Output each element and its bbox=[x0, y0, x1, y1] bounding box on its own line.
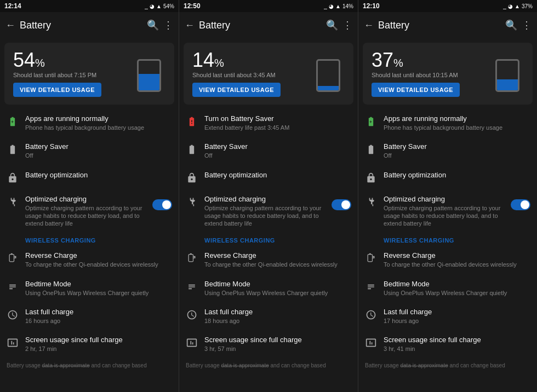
back-button[interactable]: ← bbox=[5, 20, 15, 31]
battery-percent: 37% bbox=[372, 50, 490, 70]
bottom-note: Battery usage data is approximate and ca… bbox=[179, 359, 358, 372]
setting-item-2[interactable]: Battery optimization bbox=[179, 165, 358, 189]
more-menu-button[interactable]: ⋮ bbox=[522, 19, 532, 31]
setting-item-0[interactable]: Apps are running normally Phone has typi… bbox=[0, 109, 179, 137]
setting-text: Turn on Battery Saver Extend battery lif… bbox=[204, 114, 351, 131]
wireless-item-2[interactable]: Last full charge 18 hours ago bbox=[179, 302, 358, 330]
setting-title: Apps are running normally bbox=[25, 114, 172, 123]
more-menu-button[interactable]: ⋮ bbox=[342, 19, 352, 31]
lock_battery-icon bbox=[7, 172, 19, 184]
toggle-switch[interactable] bbox=[332, 199, 351, 210]
wireless-item-3[interactable]: Screen usage since full charge 3 hr, 41 … bbox=[358, 330, 537, 358]
setting-subtitle: 17 hours ago bbox=[384, 317, 530, 325]
setting-subtitle: 16 hours ago bbox=[25, 317, 172, 325]
view-detailed-usage-button[interactable]: VIEW DETAILED USAGE bbox=[192, 83, 281, 97]
wireless-item-3[interactable]: Screen usage since full charge 3 hr, 57 … bbox=[179, 330, 358, 358]
screen_usage-icon bbox=[7, 337, 19, 349]
toggle-switch[interactable] bbox=[511, 199, 530, 210]
signal-icon: ▲ bbox=[515, 3, 520, 9]
setting-item-0[interactable]: Apps are running normally Phone has typi… bbox=[358, 109, 537, 137]
status-icons: ⎯ ◕ ▲ 14% bbox=[324, 3, 353, 9]
setting-subtitle: To charge the other Qi-enabled devices w… bbox=[384, 261, 530, 268]
search-button[interactable]: 🔍 bbox=[505, 19, 517, 31]
wireless-item-0[interactable]: Reverse Charge To charge the other Qi-en… bbox=[0, 246, 179, 274]
setting-subtitle: 3 hr, 41 min bbox=[384, 345, 530, 353]
wifi-icon: ◕ bbox=[150, 3, 155, 9]
setting-subtitle: Using OnePlus Warp Wireless Charger quie… bbox=[384, 289, 530, 297]
wireless-item-2[interactable]: Last full charge 16 hours ago bbox=[0, 302, 179, 330]
status-bar: 12:50⎯ ◕ ▲ 14% bbox=[179, 0, 358, 12]
setting-item-3[interactable]: Optimized charging Optimize charging pat… bbox=[179, 189, 358, 233]
svg-rect-1 bbox=[11, 253, 13, 255]
wireless-item-1[interactable]: Bedtime Mode Using OnePlus Warp Wireless… bbox=[0, 274, 179, 302]
svg-rect-0 bbox=[9, 255, 14, 262]
setting-title: Last full charge bbox=[384, 308, 530, 316]
app-bar: ← Battery 🔍 ⋮ bbox=[179, 12, 358, 38]
screen_usage-icon bbox=[365, 337, 377, 349]
toggle-switch[interactable] bbox=[152, 199, 172, 210]
wireless-item-1[interactable]: Bedtime Mode Using OnePlus Warp Wireless… bbox=[179, 274, 358, 302]
setting-title: Screen usage since full charge bbox=[204, 336, 351, 344]
setting-text: Screen usage since full charge 2 hr, 17 … bbox=[25, 336, 172, 353]
setting-title: Battery optimization bbox=[204, 171, 351, 179]
bedtime-icon bbox=[365, 281, 377, 293]
battery_alert_red-icon bbox=[186, 116, 198, 128]
battery-subtitle: Should last until about 3:45 AM bbox=[192, 72, 311, 78]
back-button[interactable]: ← bbox=[185, 20, 195, 31]
setting-item-0[interactable]: Turn on Battery Saver Extend battery lif… bbox=[179, 109, 358, 137]
battery-info: 37% Should last until about 10:15 AM VIE… bbox=[372, 50, 490, 97]
battery-icon bbox=[316, 55, 345, 93]
wireless-item-3[interactable]: Screen usage since full charge 2 hr, 17 … bbox=[0, 330, 179, 358]
setting-title: Optimized charging bbox=[384, 195, 504, 203]
setting-title: Optimized charging bbox=[25, 195, 146, 203]
wireless-item-1[interactable]: Bedtime Mode Using OnePlus Warp Wireless… bbox=[358, 274, 537, 302]
status-time: 12:10 bbox=[363, 2, 380, 10]
last_charge-icon bbox=[186, 309, 198, 321]
status-bar: 12:10⎯ ◕ ▲ 37% bbox=[358, 0, 537, 12]
screen-3: 12:10⎯ ◕ ▲ 37% ← Battery 🔍 ⋮ 37% Should … bbox=[358, 0, 537, 392]
wireless-item-0[interactable]: Reverse Charge To charge the other Qi-en… bbox=[179, 246, 358, 274]
battery-status-icon: 37% bbox=[522, 3, 533, 9]
setting-item-2[interactable]: Battery optimization bbox=[358, 165, 537, 189]
search-button[interactable]: 🔍 bbox=[147, 19, 159, 31]
bottom-note-text: Battery usage data is approximate and ca… bbox=[7, 362, 147, 368]
setting-item-1[interactable]: Battery Saver Off bbox=[179, 137, 358, 165]
wireless-item-2[interactable]: Last full charge 17 hours ago bbox=[358, 302, 537, 330]
more-menu-button[interactable]: ⋮ bbox=[163, 19, 173, 31]
setting-text: Last full charge 16 hours ago bbox=[25, 308, 172, 325]
setting-text: Battery Saver Off bbox=[384, 142, 530, 159]
wireless-item-0[interactable]: Reverse Charge To charge the other Qi-en… bbox=[358, 246, 537, 274]
setting-subtitle: To charge the other Qi-enabled devices w… bbox=[25, 261, 172, 268]
setting-title: Bedtime Mode bbox=[384, 280, 530, 288]
setting-text: Bedtime Mode Using OnePlus Warp Wireless… bbox=[204, 280, 351, 297]
setting-item-3[interactable]: Optimized charging Optimize charging pat… bbox=[358, 189, 537, 233]
screen-2: 12:50⎯ ◕ ▲ 14% ← Battery 🔍 ⋮ 14% Should … bbox=[179, 0, 358, 392]
back-button[interactable]: ← bbox=[364, 20, 374, 31]
app-bar: ← Battery 🔍 ⋮ bbox=[0, 12, 179, 38]
setting-item-1[interactable]: Battery Saver Off bbox=[358, 137, 537, 165]
status-icons: ⎯ ◕ ▲ 54% bbox=[145, 3, 174, 9]
app-bar: ← Battery 🔍 ⋮ bbox=[358, 12, 537, 38]
setting-item-3[interactable]: Optimized charging Optimize charging pat… bbox=[0, 189, 179, 233]
app-title: Battery bbox=[20, 20, 142, 31]
battery_saver_green-icon bbox=[7, 116, 19, 128]
wireless-charging-section-header: WIRELESS CHARGING bbox=[0, 233, 179, 246]
setting-subtitle: Using OnePlus Warp Wireless Charger quie… bbox=[204, 289, 351, 297]
bottom-note-text: Battery usage data is approximate and ca… bbox=[186, 362, 326, 368]
view-detailed-usage-button[interactable]: VIEW DETAILED USAGE bbox=[372, 83, 460, 97]
battery-percent: 54% bbox=[13, 50, 132, 70]
battery-status-icon: 54% bbox=[163, 3, 174, 9]
setting-item-2[interactable]: Battery optimization bbox=[0, 165, 179, 189]
setting-text: Battery optimization bbox=[384, 171, 530, 179]
setting-item-1[interactable]: Battery Saver Off bbox=[0, 137, 179, 165]
battery-subtitle: Should last until about 7:15 PM bbox=[13, 72, 132, 78]
view-detailed-usage-button[interactable]: VIEW DETAILED USAGE bbox=[13, 83, 101, 97]
battery-info: 14% Should last until about 3:45 AM VIEW… bbox=[192, 50, 311, 97]
setting-title: Battery optimization bbox=[384, 171, 530, 179]
signal-icon: ▲ bbox=[335, 3, 341, 9]
wifi-icon: ◕ bbox=[508, 3, 513, 9]
search-button[interactable]: 🔍 bbox=[326, 19, 338, 31]
reverse-icon bbox=[365, 252, 377, 264]
screen-1: 12:14⎯ ◕ ▲ 54% ← Battery 🔍 ⋮ 54% Should … bbox=[0, 0, 179, 392]
wireless-charging-section-header: WIRELESS CHARGING bbox=[358, 233, 537, 246]
